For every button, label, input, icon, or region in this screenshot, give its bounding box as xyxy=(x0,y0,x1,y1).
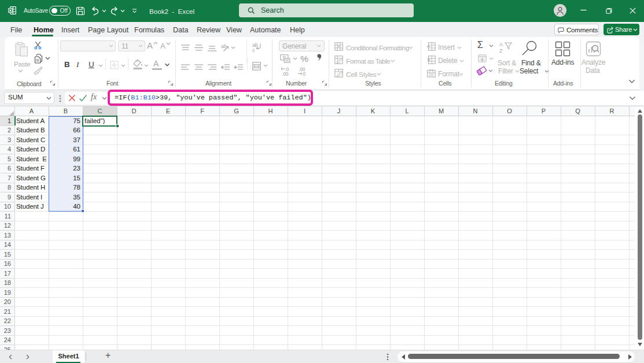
svg-text:Z: Z xyxy=(499,48,503,54)
svg-text:A: A xyxy=(499,42,503,47)
svg-text:0: 0 xyxy=(303,71,306,76)
svg-text:ab: ab xyxy=(221,43,227,49)
svg-text:c: c xyxy=(252,47,255,53)
svg-text:.00: .00 xyxy=(282,71,289,76)
